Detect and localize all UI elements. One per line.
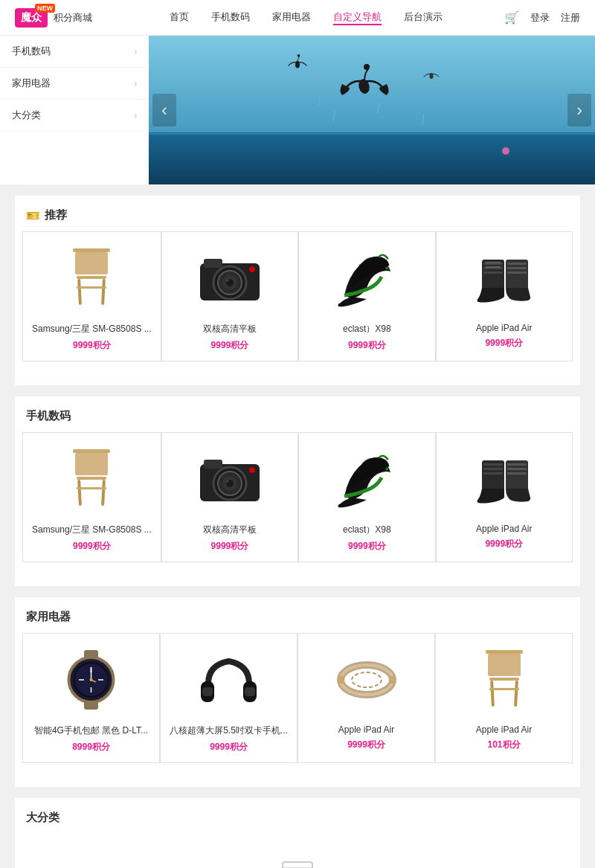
chair-icon <box>62 446 121 512</box>
svg-rect-13 <box>73 248 110 252</box>
svg-rect-37 <box>73 449 110 453</box>
product-card[interactable]: 双核高清平板 9999积分 <box>162 232 298 361</box>
product-image <box>32 442 152 516</box>
product-card[interactable]: Apple iPad Air 9999积分 <box>437 232 572 361</box>
product-card[interactable]: 八核超薄大屏5.5吋双卡手机... 9999积分 <box>161 634 297 762</box>
svg-rect-85 <box>489 688 519 690</box>
banner-image <box>149 36 595 184</box>
product-name: Apple iPad Air <box>446 323 563 333</box>
product-image <box>446 241 563 315</box>
main-content: 🎫 推荐 <box>0 184 595 868</box>
svg-point-12 <box>502 147 509 155</box>
product-name: Samsung/三星 SM-G8508S ... <box>32 524 152 536</box>
shoes-icon <box>333 247 400 310</box>
product-card[interactable]: Apple iPad Air 9999积分 <box>437 433 572 562</box>
banner-area: 手机数码 › 家用电器 › 大分类 › <box>0 36 595 184</box>
product-image <box>32 643 150 717</box>
svg-rect-16 <box>77 279 82 305</box>
logo-text: 魔众 <box>21 11 42 23</box>
svg-rect-44 <box>204 460 222 469</box>
banner-prev-button[interactable]: ‹ <box>152 94 176 126</box>
product-price: 9999积分 <box>485 538 523 550</box>
svg-rect-1 <box>149 132 595 184</box>
svg-rect-84 <box>514 681 518 707</box>
product-price: 9999积分 <box>211 339 249 352</box>
mobile-section: 手机数码 Samsung/三星 SM- <box>15 396 580 586</box>
product-price: 9999积分 <box>210 741 248 753</box>
header: 魔众 NEW 积分商城 首页 手机数码 家用电器 自定义导航 后台演示 🛒 登录… <box>0 0 595 36</box>
svg-point-26 <box>249 266 255 272</box>
mobile-grid: Samsung/三星 SM-G8508S ... 9999积分 <box>22 432 573 562</box>
svg-point-50 <box>249 467 255 473</box>
logo-subtitle: 积分商城 <box>54 11 92 25</box>
nav-mobile[interactable]: 手机数码 <box>211 10 250 25</box>
chevron-right-icon: › <box>135 48 137 56</box>
product-image <box>308 241 425 315</box>
category-section: 大分类 暂无记录 <box>15 798 580 868</box>
sidebar-item-category[interactable]: 大分类 › <box>0 100 149 132</box>
product-name: 双核高清平板 <box>171 323 289 335</box>
product-name: eclast）X98 <box>308 524 425 536</box>
camera-icon <box>196 248 263 308</box>
product-image <box>308 442 425 516</box>
product-card[interactable]: Apple iPad Air 9999积分 <box>298 634 434 762</box>
product-card[interactable]: Samsung/三星 SM-G8508S ... 9999积分 <box>23 232 161 361</box>
svg-rect-39 <box>77 477 106 480</box>
header-actions: 🛒 登录 注册 <box>504 10 580 25</box>
svg-point-70 <box>90 678 93 681</box>
svg-rect-30 <box>483 271 503 274</box>
svg-point-7 <box>430 73 434 79</box>
svg-rect-57 <box>507 468 527 470</box>
main-nav: 首页 手机数码 家用电器 自定义导航 后台演示 <box>107 10 504 25</box>
register-button[interactable]: 注册 <box>561 11 580 25</box>
banner-next-button[interactable]: › <box>567 94 591 126</box>
recommended-section: 🎫 推荐 <box>15 196 580 385</box>
chevron-right-icon: › <box>135 112 137 120</box>
svg-rect-82 <box>489 678 519 681</box>
camera-icon <box>196 449 263 509</box>
logo-badge: NEW <box>35 4 55 13</box>
svg-point-6 <box>298 54 300 57</box>
sidebar-item-mobile[interactable]: 手机数码 › <box>0 36 149 68</box>
appliance-title: 家用电器 <box>26 610 569 624</box>
login-button[interactable]: 登录 <box>530 11 550 25</box>
product-card[interactable]: Samsung/三星 SM-G8508S ... 9999积分 <box>23 433 161 562</box>
svg-rect-83 <box>490 681 495 707</box>
nav-custom[interactable]: 自定义导航 <box>333 10 382 25</box>
product-name: Apple iPad Air <box>445 724 563 735</box>
mobile-title: 手机数码 <box>26 409 569 423</box>
appliance-section: 家用电器 <box>15 597 580 787</box>
recommended-grid: Samsung/三星 SM-G8508S ... 9999积分 <box>22 231 573 361</box>
svg-rect-86 <box>283 862 312 868</box>
product-price: 9999积分 <box>211 540 249 553</box>
product-card[interactable]: eclast）X98 9999积分 <box>299 433 434 562</box>
cart-icon[interactable]: 🛒 <box>504 10 519 25</box>
product-price: 101积分 <box>487 739 520 751</box>
svg-rect-32 <box>507 263 527 265</box>
product-card[interactable]: eclast）X98 9999积分 <box>299 232 434 361</box>
watch-icon <box>63 646 119 713</box>
recommended-title: 🎫 推荐 <box>26 208 569 222</box>
product-card[interactable]: 智能4G手机包邮 黑色 D-LT... 8999积分 <box>23 634 159 762</box>
nav-home[interactable]: 首页 <box>170 10 189 25</box>
svg-rect-42 <box>77 487 106 489</box>
chevron-right-icon: › <box>135 80 137 88</box>
chair-icon <box>62 245 121 312</box>
product-image <box>32 241 152 315</box>
product-card[interactable]: 双核高清平板 9999积分 <box>162 433 298 562</box>
product-card[interactable]: Apple iPad Air 101积分 <box>436 634 572 762</box>
sidebar-item-appliance[interactable]: 家用电器 › <box>0 68 149 100</box>
empty-state: 暂无记录 <box>15 834 580 868</box>
svg-rect-18 <box>77 286 106 289</box>
svg-rect-34 <box>507 271 527 274</box>
svg-rect-80 <box>486 650 523 654</box>
nav-demo[interactable]: 后台演示 <box>404 10 443 25</box>
svg-rect-20 <box>204 259 222 268</box>
svg-point-77 <box>352 672 382 687</box>
headphones-icon <box>197 650 260 710</box>
logo[interactable]: 魔众 NEW <box>15 8 48 28</box>
gift-icon: 🎫 <box>26 209 40 222</box>
product-price: 9999积分 <box>348 339 386 352</box>
product-image <box>171 442 289 516</box>
nav-appliance[interactable]: 家用电器 <box>272 10 311 25</box>
